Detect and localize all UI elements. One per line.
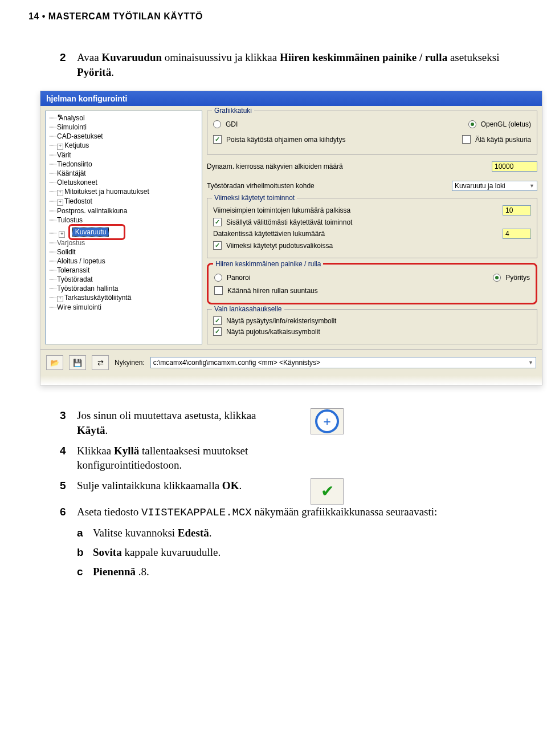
open-button[interactable]: 📂 [46, 355, 63, 370]
checkbox-icon [214, 286, 223, 295]
checkbox-no-buffer[interactable]: Älä käytä puskuria [462, 135, 531, 144]
tree-item[interactable]: Tulostus [47, 216, 201, 225]
select-value: c:\mcamx4\config\mcamxm.config <mm> <Käy… [153, 359, 320, 367]
tree-item[interactable]: Varjostus [47, 238, 201, 247]
tree-item[interactable]: +Tarkastuskäyttöliityntä [47, 293, 201, 303]
tree-item[interactable]: Toleranssit [47, 266, 201, 275]
tree-item[interactable]: +Tiedostot [47, 197, 201, 206]
page-header: 14 • MASTERCAM TYÖTILAN KÄYTTÖ [28, 11, 519, 22]
field-label: Dynaam. kierrossa näkyvien alkioiden mää… [207, 162, 343, 170]
checkbox-disable-accel[interactable]: Poista käytöstä ohjaimen oma kiihdytys [213, 135, 345, 144]
text-bold: Pienennä [93, 566, 136, 578]
checkbox-recent-dropdowns[interactable]: Viimeksi käytetyt pudotusvalikoissa [213, 241, 531, 250]
step-number: 6 [60, 505, 77, 521]
tree-item[interactable]: Kääntäjät [47, 169, 201, 178]
expand-icon[interactable]: + [57, 144, 63, 150]
merge-button[interactable]: ⇄ [92, 355, 109, 370]
tree-item[interactable]: CAD-asetukset [47, 132, 201, 141]
radio-opengl[interactable]: OpenGL (oletus) [468, 120, 531, 128]
text: näkymään grafiikkaikkunassa seuraavasti: [252, 506, 438, 518]
apply-button-icon: + [311, 408, 344, 434]
tree-item[interactable]: ↖ Analysoi [47, 113, 201, 123]
dynamic-count-input[interactable]: 10000 [492, 161, 537, 172]
checkbox-show-stop[interactable]: Näytä pysäytys/info/rekisterisymbolit [213, 316, 531, 325]
tree-item[interactable]: Simulointi [47, 123, 201, 132]
tree-label: Työstöradat [57, 275, 93, 283]
expand-icon[interactable]: + [57, 200, 63, 206]
tree-label: Wire simulointi [57, 303, 101, 311]
checkbox-icon [213, 316, 222, 325]
radio-rotate[interactable]: Pyöritys [493, 274, 530, 282]
tree-label: Aloitus / lopetus [57, 257, 105, 265]
checkbox-show-thread[interactable]: Näytä pujotus/katkaisusymbolit [213, 327, 531, 336]
tree-item[interactable]: Solidit [47, 247, 201, 257]
step-2: 2 Avaa Kuvaruudun ominaisuussivu ja klik… [60, 50, 501, 79]
text: . [209, 527, 212, 539]
text-bold: Käytä [77, 424, 105, 436]
text: Sulje valintaikkuna klikkaamalla [77, 479, 222, 491]
checkbox-icon [213, 241, 222, 250]
text-bold: Hiiren keskimmäinen painike / rulla [280, 51, 447, 63]
group-title: Hiiren keskimmäinen painike / rulla [213, 260, 323, 268]
group-middle-mouse: Hiiren keskimmäinen painike / rulla Pano… [207, 263, 537, 304]
substep-b: b Sovita kappale kuvaruudulle. [77, 545, 501, 560]
field-label: Datakentissä käytettävien lukumäärä [213, 230, 325, 238]
tree-item[interactable]: +Mitoitukset ja huomautukset [47, 187, 201, 197]
radio-pan[interactable]: Panoroi [214, 274, 250, 282]
tree-item[interactable]: +Ketjutus [47, 141, 201, 151]
step-number: 2 [60, 50, 77, 79]
expand-icon[interactable]: + [59, 231, 65, 238]
text: ominaisuussivu ja klikkaa [162, 51, 280, 63]
expand-icon[interactable]: + [57, 296, 63, 302]
datafield-count-input[interactable]: 4 [503, 229, 531, 239]
checkbox-label: Näytä pysäytys/info/rekisterisymbolit [226, 317, 336, 325]
step-text: Aseta tiedosto VIISTEKAPPALE.MCX näkymää… [77, 505, 501, 521]
sub-text: Sovita kappale kuvaruudulle. [93, 545, 221, 560]
error-target-select[interactable]: Kuvaruutu ja loki▼ [452, 181, 537, 191]
substep-c: c Pienennä .8. [77, 564, 501, 579]
settings-tree[interactable]: ↖ Analysoi Simulointi CAD-asetukset +Ket… [45, 111, 202, 344]
step-text: Sulje valintaikkuna klikkaamalla OK. [77, 478, 288, 493]
current-label: Nykyinen: [115, 359, 145, 367]
group-title: Grafiikkatuki [212, 107, 254, 115]
recent-count-input[interactable]: 10 [503, 205, 531, 216]
checkbox-reverse-wheel[interactable]: Käännä hiiren rullan suuntaus [214, 286, 530, 295]
tree-item[interactable]: Työstöradan hallinta [47, 284, 201, 293]
radio-label: Pyöritys [505, 274, 530, 282]
field-label: Työstöradan virheilmoitusten kohde [207, 182, 315, 190]
tree-label: Solidit [57, 248, 76, 256]
expand-icon[interactable]: + [57, 190, 63, 196]
checkbox-label: Älä käytä puskuria [475, 136, 531, 144]
checkbox-label: Sisällytä välittömästi käytettävät toimi… [226, 218, 352, 226]
row-error-target: Työstöradan virheilmoitusten kohde Kuvar… [207, 181, 537, 191]
radio-label: OpenGL (oletus) [481, 120, 531, 128]
tree-item[interactable]: Wire simulointi [47, 303, 201, 312]
tree-item[interactable]: Värit [47, 151, 201, 160]
step-number: 4 [60, 444, 77, 473]
cursor-icon: ↖ [57, 112, 63, 121]
row-dynamic-count: Dynaam. kierrossa näkyvien alkioiden mää… [207, 161, 537, 172]
tree-item[interactable]: Aloitus / lopetus [47, 257, 201, 266]
text: . [111, 66, 114, 78]
text: . [105, 424, 108, 436]
text-bold: Kyllä [114, 445, 139, 457]
tree-label: Tarkastuskäyttöliityntä [64, 294, 131, 302]
step-3: 3 Jos sinun oli muutettava asetusta, kli… [60, 408, 288, 437]
tree-label: Oletuskoneet [57, 178, 97, 186]
field-label: Viimeisimpien toimintojen lukumäärä palk… [213, 206, 350, 214]
checkbox-icon [213, 218, 222, 226]
tree-item[interactable]: Työstöradat [47, 275, 201, 284]
text: Klikkaa [77, 445, 114, 457]
checkbox-include-immediate[interactable]: Sisällytä välittömästi käytettävät toimi… [213, 218, 531, 226]
radio-gdi[interactable]: GDI [213, 120, 238, 128]
tree-item[interactable]: Tiedonsiirto [47, 160, 201, 169]
text: Aseta tiedosto [77, 506, 141, 518]
tree-item[interactable]: Postpros. valintaikkuna [47, 206, 201, 216]
save-button[interactable]: 💾 [69, 355, 86, 370]
tree-item[interactable]: Oletuskoneet [47, 178, 201, 187]
chevron-down-icon: ▼ [528, 360, 533, 365]
tree-label: Värit [57, 151, 71, 159]
current-config-select[interactable]: c:\mcamx4\config\mcamxm.config <mm> <Käy… [150, 357, 536, 368]
dialog-titlebar: hjelman konfigurointi [40, 91, 542, 106]
group-title: Viimeksi käytetyt toiminnot [212, 194, 297, 202]
